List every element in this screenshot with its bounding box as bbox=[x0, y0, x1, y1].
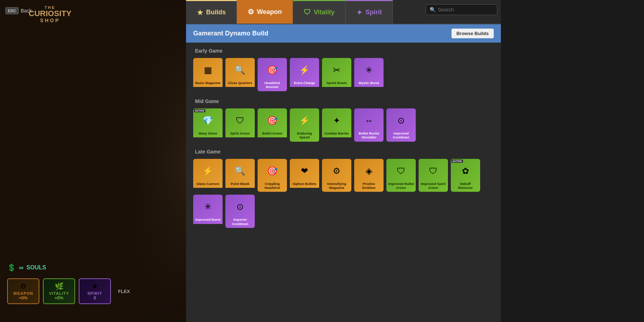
back-button[interactable]: ESC Back bbox=[5, 7, 32, 14]
tab-vitality[interactable]: 🛡 Vitality bbox=[293, 0, 346, 24]
spirit-stat-label: SPIRIT bbox=[84, 291, 105, 296]
item-icon: ✳ bbox=[199, 197, 217, 216]
item-card[interactable]: ✳ Mystic Burst bbox=[354, 58, 384, 91]
item-name: Intensifying Magazine bbox=[324, 182, 350, 190]
item-name: Enduring Speed bbox=[292, 131, 317, 140]
left-panel: ESC Back THE CURIOSITY SHOP 💲 ∞ SOULS ⚙ … bbox=[0, 0, 186, 322]
item-icon: 🛡 bbox=[231, 111, 249, 130]
item-card[interactable]: ❤ Siphon Bullets bbox=[290, 159, 319, 192]
item-icon: ⚡ bbox=[295, 61, 314, 79]
item-card[interactable]: 🔍 Point Blank bbox=[225, 159, 255, 192]
item-card[interactable]: ⚙ Intensifying Magazine bbox=[322, 159, 351, 192]
search-icon: 🔍 bbox=[430, 7, 436, 13]
tab-vitality-label: Vitality bbox=[314, 9, 335, 16]
item-icon: ✿ bbox=[456, 162, 475, 180]
item-name: Headshot Booster bbox=[259, 81, 285, 89]
item-card[interactable]: 🎯 Bullet Armor bbox=[258, 108, 287, 142]
item-card[interactable]: ✂ Sprint Boots bbox=[322, 58, 351, 91]
item-card[interactable]: ✦ Combat Barrier bbox=[322, 108, 351, 142]
item-card[interactable]: ⊙ Improved Cooldown bbox=[386, 108, 416, 142]
stats-row: ⚙ WEAPON +0% 🌿 VITALITY +0% ★ SPIRIT 0 F… bbox=[7, 278, 130, 304]
weapon-icon: ⚙ bbox=[13, 282, 34, 291]
tab-spirit-label: Spirit bbox=[365, 9, 382, 16]
item-card[interactable]: ◈ Pristine Emblem bbox=[354, 159, 384, 192]
spirit-icon: ★ bbox=[84, 282, 105, 291]
builds-icon: ★ bbox=[197, 8, 203, 17]
tab-builds[interactable]: ★ Builds bbox=[186, 0, 237, 24]
item-card[interactable]: 🛡 Improved Spirit Armor bbox=[419, 159, 448, 192]
weapon-stat-label: WEAPON bbox=[13, 291, 34, 296]
spirit-stat-value: 0 bbox=[84, 296, 105, 301]
item-name: Bullet Resist Shredder bbox=[356, 131, 382, 140]
tab-builds-label: Builds bbox=[206, 9, 226, 16]
item-card[interactable]: ⊙ Superior Cooldown bbox=[225, 195, 255, 228]
item-card[interactable]: ACTIVE ✿ Debuff Remover bbox=[451, 159, 480, 192]
weapon-stat-value: +0% bbox=[13, 296, 34, 301]
item-name: Siphon Bullets bbox=[293, 182, 317, 186]
browse-builds-button[interactable]: Browse Builds bbox=[452, 29, 494, 38]
item-name: Improved Burst bbox=[195, 218, 220, 221]
item-name: Sprint Boots bbox=[327, 81, 347, 85]
item-name: Superior Cooldown bbox=[227, 218, 253, 226]
item-icon: ↔ bbox=[360, 111, 378, 130]
flex-label: FLEX bbox=[118, 289, 130, 294]
build-header: Gamerant Dynamo Build Browse Builds bbox=[186, 24, 501, 43]
search-bar[interactable]: 🔍 ✕ bbox=[426, 4, 497, 15]
item-icon: 🎯 bbox=[263, 162, 282, 180]
logo-curiosity: CURIOSITY bbox=[29, 10, 72, 18]
vitality-stat-label: VITALITY bbox=[49, 291, 69, 296]
item-card[interactable]: 🎯 Crippling Headshot bbox=[258, 159, 287, 192]
logo: THE CURIOSITY SHOP bbox=[29, 5, 72, 23]
tabs-bar: ★ Builds ⚙ Weapon 🛡 Vitality ✦ Spirit 🔍 … bbox=[186, 0, 501, 24]
item-card[interactable]: ↔ Bullet Resist Shredder bbox=[354, 108, 384, 142]
item-name: Improved Cooldown bbox=[388, 131, 414, 140]
item-card[interactable]: 🛡 Improved Bullet Armor bbox=[386, 159, 416, 192]
esc-badge: ESC bbox=[5, 7, 19, 14]
content-area[interactable]: Early Game ▦ Basic Magazine 🔍 Close Quar… bbox=[186, 43, 501, 322]
item-name: Pristine Emblem bbox=[356, 182, 382, 190]
item-name: Spirit Armor bbox=[230, 131, 250, 135]
item-icon: 🛡 bbox=[424, 162, 443, 180]
active-badge: ACTIVE bbox=[194, 109, 205, 112]
item-icon: ✦ bbox=[327, 111, 346, 130]
item-name: Mystic Burst bbox=[358, 81, 379, 85]
souls-chain: ∞ bbox=[19, 264, 24, 272]
item-card[interactable]: 🛡 Spirit Armor bbox=[225, 108, 255, 142]
item-card[interactable]: ▦ Basic Magazine bbox=[193, 58, 223, 91]
vitality-tab-icon: 🛡 bbox=[304, 8, 311, 16]
item-name: Warp Stone bbox=[199, 131, 217, 135]
mid-game-grid: ACTIVE 💎 Warp Stone 🛡 Spirit Armor 🎯 Bul… bbox=[193, 108, 494, 142]
item-icon: ⚡ bbox=[199, 162, 217, 180]
mid-game-section-title: Mid Game bbox=[193, 98, 494, 104]
item-name: Crippling Headshot bbox=[259, 182, 285, 190]
item-card[interactable]: ⚡ Enduring Speed bbox=[290, 108, 319, 142]
vitality-stat-box: 🌿 VITALITY +0% bbox=[43, 278, 75, 304]
item-card[interactable]: ⚡ Extra Charge bbox=[290, 58, 319, 91]
tab-weapon[interactable]: ⚙ Weapon bbox=[237, 0, 293, 24]
tab-spirit[interactable]: ✦ Spirit bbox=[346, 0, 393, 24]
main-panel: ★ Builds ⚙ Weapon 🛡 Vitality ✦ Spirit 🔍 … bbox=[186, 0, 501, 322]
item-name: Improved Spirit Armor bbox=[420, 182, 446, 190]
souls-icon: 💲 bbox=[7, 263, 16, 272]
tab-weapon-label: Weapon bbox=[257, 8, 282, 16]
item-card[interactable]: ACTIVE 💎 Warp Stone bbox=[193, 108, 223, 142]
item-icon: ⚙ bbox=[327, 162, 346, 180]
early-game-grid: ▦ Basic Magazine 🔍 Close Quarters 🎯 Head… bbox=[193, 58, 494, 91]
search-input[interactable] bbox=[438, 7, 501, 13]
item-card[interactable]: 🔍 Close Quarters bbox=[225, 58, 255, 91]
item-icon: 🛡 bbox=[392, 162, 410, 180]
item-card[interactable]: 🎯 Headshot Booster bbox=[258, 58, 287, 91]
item-name: Combat Barrier bbox=[324, 131, 349, 135]
item-card[interactable]: ✳ Improved Burst bbox=[193, 195, 223, 228]
item-icon: 🔍 bbox=[231, 61, 249, 79]
item-icon: ⚡ bbox=[295, 111, 314, 130]
item-name: Bullet Armor bbox=[262, 131, 282, 135]
item-card[interactable]: ⚡ Glass Cannon bbox=[193, 159, 223, 192]
build-title: Gamerant Dynamo Build bbox=[193, 30, 268, 37]
late-game-section-title: Late Game bbox=[193, 149, 494, 155]
item-icon: ❤ bbox=[295, 162, 314, 180]
late-game-grid: ⚡ Glass Cannon 🔍 Point Blank 🎯 Crippling… bbox=[193, 159, 494, 228]
vitality-stat-value: +0% bbox=[49, 296, 69, 301]
item-icon: 🎯 bbox=[263, 111, 282, 130]
item-name: Extra Charge bbox=[294, 81, 315, 85]
